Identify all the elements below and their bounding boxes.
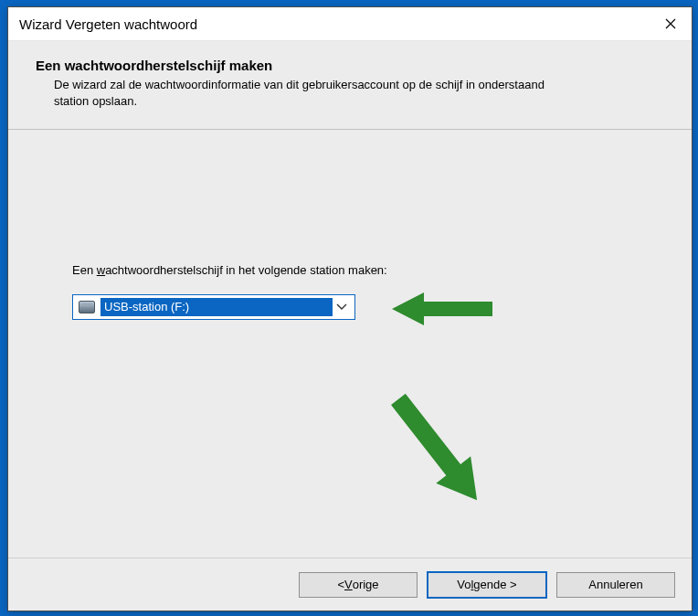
- wizard-body: Een wachtwoordherstelschijf in het volge…: [8, 130, 692, 558]
- wizard-description: De wizard zal de wachtwoordinformatie va…: [54, 77, 566, 109]
- wizard-heading: Een wachtwoordherstelschijf maken: [36, 58, 664, 73]
- drive-select-dropdown[interactable]: USB-station (F:): [72, 294, 355, 320]
- svg-marker-0: [392, 292, 492, 325]
- close-icon: [665, 18, 676, 29]
- svg-marker-1: [381, 386, 494, 514]
- titlebar: Wizard Vergeten wachtwoord: [8, 7, 692, 41]
- drive-prompt-label: Een wachtwoordherstelschijf in het volge…: [72, 263, 387, 277]
- chevron-down-icon: [333, 303, 351, 311]
- drive-selected-value: USB-station (F:): [100, 298, 333, 316]
- annotation-arrow-dropdown: [392, 283, 492, 335]
- drive-icon: [79, 301, 95, 313]
- cancel-button[interactable]: Annuleren: [556, 572, 675, 598]
- next-button[interactable]: Volgende >: [427, 571, 547, 599]
- back-button[interactable]: < Vorige: [299, 572, 418, 598]
- wizard-footer: < Vorige Volgende > Annuleren: [8, 558, 692, 611]
- close-button[interactable]: [650, 7, 692, 40]
- wizard-header: Een wachtwoordherstelschijf maken De wiz…: [8, 41, 692, 130]
- wizard-window: Wizard Vergeten wachtwoord Een wachtwoor…: [7, 6, 693, 611]
- annotation-arrow-next-button: [355, 386, 520, 514]
- window-title: Wizard Vergeten wachtwoord: [19, 16, 197, 32]
